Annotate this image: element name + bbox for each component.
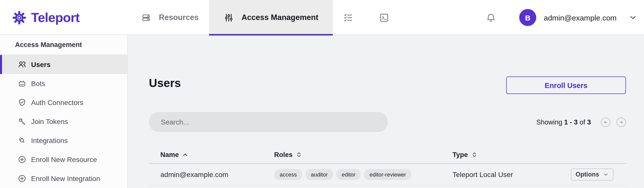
- prev-page-button[interactable]: [601, 117, 610, 127]
- options-button[interactable]: Options: [571, 168, 613, 180]
- sidebar-item-auth-connectors[interactable]: Auth Connectors: [0, 93, 127, 112]
- terminal-icon[interactable]: [379, 12, 389, 23]
- user-roles-cell: accessauditoreditoreditor-reviewer: [274, 169, 453, 180]
- sidebar-items: UsersBotsAuth ConnectorsJoin TokensInteg…: [0, 55, 127, 188]
- avatar[interactable]: B: [519, 9, 536, 26]
- page-title: Users: [149, 76, 181, 90]
- sliders-icon: [224, 12, 234, 23]
- column-header-roles[interactable]: Roles: [274, 151, 453, 158]
- pagination-range: 1 - 3: [564, 118, 578, 126]
- plug-icon: [18, 136, 27, 145]
- role-pill: auditor: [305, 169, 333, 180]
- column-header-name[interactable]: Name: [149, 151, 274, 158]
- key-icon: [18, 117, 27, 126]
- table-header: Name Roles Type: [149, 146, 626, 164]
- sort-asc-icon: [182, 151, 188, 158]
- sidebar-item-label: Integrations: [31, 136, 68, 144]
- gear-logo-icon: [12, 10, 27, 25]
- sidebar-item-enroll-new-resource[interactable]: Enroll New Resource: [0, 150, 127, 169]
- column-label: Name: [160, 151, 179, 158]
- users-table: Name Roles Type admin@example.comaccessa…: [149, 146, 626, 188]
- sidebar-item-join-tokens[interactable]: Join Tokens: [0, 112, 127, 131]
- role-pill: editor: [336, 169, 361, 180]
- sidebar-item-label: Join Tokens: [31, 118, 68, 126]
- user-name-cell: admin@example.com: [149, 170, 274, 178]
- options-button-label: Options: [576, 171, 599, 178]
- bell-icon[interactable]: [486, 12, 496, 23]
- sort-icon: [296, 151, 302, 158]
- sidebar-item-label: Users: [31, 60, 51, 68]
- sidebar-item-label: Bots: [31, 80, 45, 88]
- role-pill: access: [274, 169, 302, 180]
- column-header-type[interactable]: Type: [453, 151, 571, 158]
- teleport-app: Teleport Resources Access Management B a…: [0, 0, 644, 188]
- sidebar-item-label: Enroll New Resource: [31, 156, 97, 164]
- next-page-button[interactable]: [616, 117, 626, 127]
- search-input[interactable]: [149, 112, 388, 132]
- top-navbar: Teleport Resources Access Management B a…: [0, 0, 644, 35]
- pagination-prefix: Showing: [536, 118, 562, 126]
- checklist-icon[interactable]: [343, 12, 353, 23]
- sidebar-item-users[interactable]: Users: [0, 55, 127, 74]
- user-type-cell: Teleport Local User: [453, 170, 571, 178]
- tab-label: Access Management: [242, 13, 318, 22]
- pagination: Showing 1 - 3 of 3: [536, 112, 626, 132]
- sort-icon: [471, 151, 477, 158]
- chevron-down-icon[interactable]: [628, 13, 637, 22]
- tab-label: Resources: [159, 13, 199, 22]
- pagination-of: of: [580, 118, 585, 126]
- brand-name: Teleport: [31, 10, 79, 25]
- teleport-logo[interactable]: Teleport: [12, 0, 79, 35]
- column-label: Type: [453, 151, 468, 158]
- sidebar: Access Management UsersBotsAuth Connecto…: [0, 35, 128, 188]
- plus-circle-icon: [18, 174, 27, 183]
- column-label: Roles: [274, 151, 293, 158]
- bot-icon: [18, 79, 27, 88]
- sidebar-item-bots[interactable]: Bots: [0, 74, 127, 93]
- sidebar-item-label: Enroll New Integration: [31, 174, 100, 182]
- sidebar-item-label: Auth Connectors: [31, 98, 83, 106]
- role-pill: editor-reviewer: [364, 169, 412, 180]
- pagination-total: 3: [587, 118, 591, 126]
- table-row: admin@example.comaccessauditoreditoredit…: [149, 164, 626, 186]
- user-actions-cell: Options: [571, 168, 626, 180]
- chevron-down-icon: [603, 172, 609, 178]
- enroll-users-button[interactable]: Enroll Users: [506, 76, 626, 94]
- sidebar-header: Access Management: [0, 35, 127, 55]
- table-body: admin@example.comaccessauditoreditoredit…: [149, 164, 626, 188]
- users-icon: [18, 60, 27, 69]
- plus-circle-icon: [18, 155, 27, 164]
- main-content: Users Enroll Users Showing 1 - 3 of 3 Na…: [128, 35, 644, 188]
- sidebar-item-integrations[interactable]: Integrations: [0, 131, 127, 150]
- pagination-status: Showing 1 - 3 of 3: [536, 118, 591, 126]
- tab-resources[interactable]: Resources: [141, 0, 199, 35]
- sidebar-item-enroll-new-integration[interactable]: Enroll New Integration: [0, 169, 127, 188]
- shield-check-icon: [18, 98, 27, 107]
- tab-access-management[interactable]: Access Management: [209, 0, 333, 35]
- table-row: myuser@example.comeditor-requesterTelepo…: [149, 186, 626, 188]
- user-email[interactable]: admin@example.com: [544, 0, 617, 35]
- server-stack-icon: [141, 12, 151, 23]
